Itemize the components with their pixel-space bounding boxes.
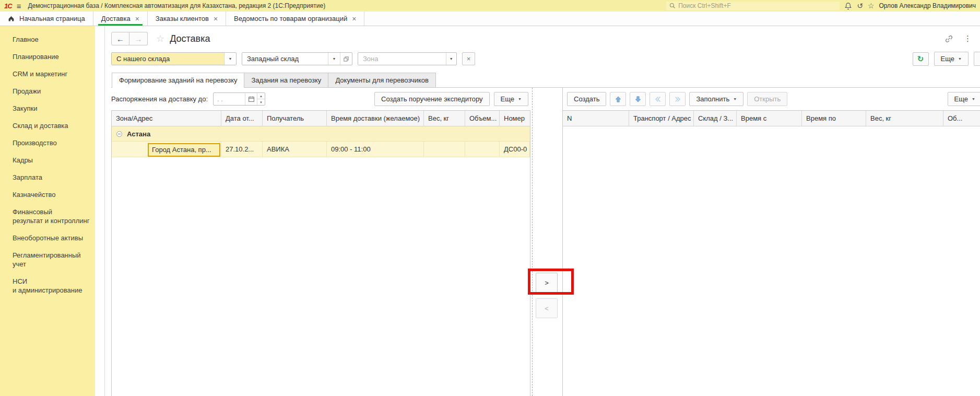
sidebar-item-crm[interactable]: CRM и маркетинг — [0, 65, 95, 83]
create-expeditor-order-button[interactable]: Создать поручение экспедитору — [374, 92, 490, 106]
column-header-date[interactable]: Дата от... — [221, 111, 263, 126]
expand-all-button[interactable] — [669, 92, 686, 106]
collapse-group-icon[interactable] — [116, 131, 122, 137]
sidebar-item-kadry[interactable]: Кадры — [0, 152, 95, 169]
column-header-weight[interactable]: Вес, кг — [866, 111, 943, 126]
column-header-recipient[interactable]: Получатель — [263, 111, 327, 126]
sidebar-item-sklad[interactable]: Склад и доставка — [0, 117, 95, 134]
group-row-astana[interactable]: Астана — [112, 126, 530, 142]
chevron-down-icon[interactable]: ▼ — [229, 57, 232, 61]
column-header-transport-address[interactable]: Транспорт / Адрес — [629, 111, 694, 126]
clear-zone-button[interactable]: × — [462, 52, 475, 65]
chevron-down-icon: ▼ — [518, 97, 522, 101]
close-tab-icon[interactable]: × — [214, 15, 218, 22]
cell-number[interactable]: ДС00-0 — [500, 142, 530, 157]
date-stepper[interactable]: ▲ ▼ — [257, 93, 265, 105]
column-header-volume[interactable]: Об... — [943, 111, 980, 126]
tab-vedomost[interactable]: Ведомость по товарам организаций × — [226, 11, 364, 26]
tab-home[interactable]: Начальная страница — [0, 11, 93, 26]
global-search[interactable] — [666, 2, 840, 10]
tasks-table: N Транспорт / Адрес Склад / З... Время с… — [563, 110, 980, 396]
sidebar-item-finrezultat[interactable]: Финансовый результат и контроллинг — [0, 203, 95, 229]
create-task-button[interactable]: Создать — [567, 92, 606, 106]
column-header-n[interactable]: N — [563, 111, 629, 126]
move-up-button[interactable] — [610, 92, 626, 106]
cell-volume[interactable] — [465, 142, 500, 157]
column-header-weight[interactable]: Вес, кг — [424, 111, 465, 126]
column-header-time-to[interactable]: Время по — [802, 111, 866, 126]
main-menu-icon[interactable]: ≡ — [17, 2, 21, 10]
column-header-warehouse-zone[interactable]: Склад / З... — [694, 111, 737, 126]
partial-button[interactable] — [974, 52, 980, 66]
favorite-star-icon[interactable]: ☆ — [156, 34, 164, 43]
chevron-down-icon[interactable]: ▼ — [333, 57, 336, 61]
notifications-bell-icon[interactable] — [844, 2, 852, 10]
cell-address[interactable]: Город Астана, пр... — [112, 142, 221, 157]
current-user[interactable]: Орлов Александр Владимирович — [879, 2, 976, 9]
zone-filter-combobox[interactable]: ▼ — [358, 52, 457, 65]
back-arrow-icon: ← — [116, 34, 124, 43]
sidebar-item-glavnoe[interactable]: Главное — [0, 31, 95, 48]
chevron-down-icon[interactable]: ▼ — [450, 57, 453, 61]
column-header-volume[interactable]: Объем... — [465, 111, 500, 126]
step-up-icon[interactable]: ▲ — [257, 93, 265, 99]
selected-cell[interactable]: Город Астана, пр... — [148, 143, 220, 157]
close-tab-icon[interactable]: × — [135, 15, 139, 22]
sidebar-item-prodazhi[interactable]: Продажи — [0, 83, 95, 100]
link-icon[interactable] — [944, 34, 953, 43]
cell-recipient[interactable]: АВИКА — [263, 142, 327, 157]
date-value[interactable]: . . — [214, 93, 245, 105]
filter-row: С нашего склада ▼ Западный склад ▼ ▼ × — [111, 52, 980, 66]
open-form-icon — [343, 56, 349, 62]
warehouse-combobox[interactable]: Западный склад ▼ — [242, 52, 352, 65]
move-left-button[interactable]: < — [536, 298, 558, 318]
tab-dostavka[interactable]: Доставка × — [93, 11, 148, 26]
sidebar-item-vneoborotnye[interactable]: Внеоборотные активы — [0, 229, 95, 247]
column-header-time-from[interactable]: Время с — [737, 111, 802, 126]
shipment-mode-combobox[interactable]: С нашего склада ▼ — [111, 52, 237, 65]
sidebar-item-reglament[interactable]: Регламентированный учет — [0, 247, 95, 273]
back-button[interactable]: ← — [111, 32, 129, 45]
column-header-number[interactable]: Номер — [500, 111, 530, 126]
close-tab-icon[interactable]: × — [352, 15, 356, 22]
transfer-strip: > < — [530, 88, 562, 396]
sidebar-item-nsi[interactable]: НСИ и администрирование — [0, 273, 95, 299]
date-until-field[interactable]: . . ▲ ▼ — [213, 92, 265, 106]
cell-time[interactable]: 09:00 - 11:00 — [327, 142, 424, 157]
zone-input[interactable] — [358, 53, 446, 65]
cell-weight[interactable] — [424, 142, 465, 157]
tab-formirovanie-zadaniy[interactable]: Формирование заданий на перевозку — [112, 73, 244, 88]
open-button[interactable]: Открыть — [747, 92, 787, 106]
fill-button[interactable]: Заполнить ▼ — [689, 92, 743, 106]
main-area: ← → ☆ Доставка ⋮ С нашего склада ▼ Запад… — [105, 26, 980, 396]
column-header-delivery-time[interactable]: Время доставки (желаемое) — [327, 111, 424, 126]
page-more-button[interactable]: Еще ▼ — [934, 52, 969, 66]
search-icon — [669, 3, 676, 9]
more-label: Еще — [941, 55, 954, 63]
table-row[interactable]: Город Астана, пр... 27.10.2... АВИКА 09:… — [112, 142, 530, 157]
search-input[interactable] — [678, 2, 836, 9]
step-down-icon[interactable]: ▼ — [257, 99, 265, 105]
tab-dokumenty-perevozchikov[interactable]: Документы для перевозчиков — [328, 73, 436, 87]
tab-label: Доставка — [101, 15, 131, 22]
sidebar-item-kaznacheystvo[interactable]: Казначейство — [0, 186, 95, 203]
right-more-button[interactable]: Еще ▼ — [948, 92, 980, 106]
history-icon[interactable]: ↺ — [857, 2, 863, 9]
left-more-button[interactable]: Еще ▼ — [494, 92, 528, 106]
sidebar-item-proizvodstvo[interactable]: Производство — [0, 134, 95, 152]
favorites-star-icon[interactable]: ☆ — [868, 2, 875, 9]
sidebar-item-planirovanie[interactable]: Планирование — [0, 48, 95, 65]
more-menu-icon[interactable]: ⋮ — [964, 34, 972, 43]
calendar-picker-button[interactable] — [245, 93, 257, 105]
sidebar-item-zarplata[interactable]: Зарплата — [0, 169, 95, 186]
refresh-button[interactable]: ↻ — [913, 52, 929, 66]
tab-zadaniya-na-perevozku[interactable]: Задания на перевозку — [244, 73, 328, 87]
sidebar-item-zakupki[interactable]: Закупки — [0, 100, 95, 117]
collapse-all-button[interactable] — [650, 92, 666, 106]
tab-zakazy-klientov[interactable]: Заказы клиентов × — [148, 11, 226, 26]
open-warehouse-button[interactable] — [340, 53, 352, 65]
move-down-button[interactable] — [630, 92, 646, 106]
cell-date[interactable]: 27.10.2... — [221, 142, 263, 157]
column-header-zone-address[interactable]: Зона/Адрес — [112, 111, 221, 126]
forward-button[interactable]: → — [129, 32, 148, 45]
